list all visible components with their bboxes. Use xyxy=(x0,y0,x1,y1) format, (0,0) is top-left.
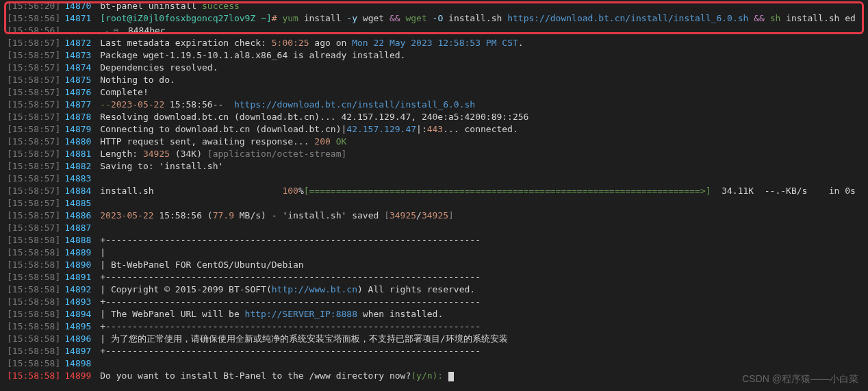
line-number: 14877 xyxy=(64,99,93,111)
text-fragment: 42.157.129.47 xyxy=(346,124,416,134)
terminal-line: [15:58:57]14884install.sh 100%[=========… xyxy=(0,185,868,197)
line-content: [root@iZ0jl0fosxbgoncq27lov9Z ~]# yum in… xyxy=(100,12,868,25)
terminal-line: [15:58:57]14872Last metadata expiration … xyxy=(0,37,868,49)
progress-bar: [=======================================… xyxy=(304,186,711,196)
line-content: Complete! xyxy=(100,86,868,99)
timestamp: [15:58:57] xyxy=(7,148,60,160)
timestamp: [15:58:57] xyxy=(7,197,60,210)
text-fragment: Complete! xyxy=(100,87,148,97)
timestamp: [15:58:58] xyxy=(7,345,60,357)
flag-y: -y xyxy=(346,13,357,23)
line-number: 14898 xyxy=(64,357,93,370)
text-fragment: 15:58:56-- xyxy=(164,99,234,110)
terminal-line: [15:58:57]14883 xyxy=(0,173,868,185)
text-fragment: 2023-05-22 xyxy=(111,99,164,110)
line-number: 14891 xyxy=(64,271,93,283)
terminal-line: [15:58:57]14875Nothing to do. xyxy=(0,74,868,86)
line-number: 14873 xyxy=(64,49,93,62)
terminal-line: [15:58:58]14891+------------------------… xyxy=(0,271,868,283)
line-content: | xyxy=(100,247,868,259)
line-content: | The WebPanel URL will be http://SERVER… xyxy=(100,308,868,320)
text-fragment: bt-panel uninstall xyxy=(100,1,202,11)
text-fragment: 34925 xyxy=(422,210,448,220)
line-content: Nothing to do. xyxy=(100,74,868,86)
line-number: 14887 xyxy=(64,222,93,234)
timestamp: [15:58:58] xyxy=(7,320,60,333)
timestamp: [15:56:20] xyxy=(7,0,60,12)
text-fragment: | Bt-WebPanel FOR CentOS/Ubuntu/Debian xyxy=(100,260,303,270)
timestamp: [15:58:57] xyxy=(7,160,60,173)
terminal-line: [15:58:56] - ⊟8484bec xyxy=(0,25,868,37)
terminal-line: [15:58:58]14888+------------------------… xyxy=(0,234,868,247)
input-cursor[interactable] xyxy=(448,372,454,381)
line-number: 14895 xyxy=(64,320,93,333)
text-fragment: 5:00:25 xyxy=(272,38,309,48)
text-fragment: +---------------------------------------… xyxy=(100,346,481,356)
text-fragment: success xyxy=(202,1,240,11)
line-content xyxy=(100,222,868,234)
line-number-empty xyxy=(64,25,102,37)
terminal-line: [15:58:57]14887 xyxy=(0,222,868,234)
line-number: 14897 xyxy=(64,345,93,357)
text-fragment: 34925 xyxy=(390,210,416,220)
timestamp: [15:58:57] xyxy=(7,136,60,148)
terminal-line: [15:58:57]14878Resolving download.bt.cn … xyxy=(0,111,868,123)
line-number: 14880 xyxy=(64,136,93,148)
text-fragment: +---------------------------------------… xyxy=(100,272,481,282)
line-content: +---------------------------------------… xyxy=(100,345,868,357)
terminal-line: [15:58:57]14876Complete! xyxy=(0,86,868,99)
timestamp: [15:58:57] xyxy=(7,86,60,99)
download-url: https://download.bt.cn/install/install_6… xyxy=(507,13,748,23)
line-number: 14875 xyxy=(64,74,93,86)
text-fragment: 200 xyxy=(314,136,330,147)
line-content: --2023-05-22 15:58:56-- https://download… xyxy=(100,99,868,111)
line-content: | Copyright © 2015-2099 BT-SOFT(http://w… xyxy=(100,283,868,296)
text-fragment: HTTP request sent, awaiting response... xyxy=(100,136,314,147)
terminal-line: [15:58:58]14899Do you want to install Bt… xyxy=(0,370,868,382)
timestamp: [15:58:58] xyxy=(7,370,60,382)
command-continuation: 8484bec xyxy=(128,25,166,36)
timestamp: [15:58:58] xyxy=(7,271,60,283)
text-fragment: ago on xyxy=(309,38,353,48)
text-fragment: Connecting to download.bt.cn (download.b… xyxy=(100,124,346,134)
timestamp: [15:58:57] xyxy=(7,185,60,197)
text-fragment: Last metadata expiration check: xyxy=(100,38,271,48)
text-fragment: ] xyxy=(448,210,454,220)
text-fragment: / xyxy=(416,210,422,220)
text-fragment: [ xyxy=(384,210,390,220)
line-content: Connecting to download.bt.cn (download.b… xyxy=(100,123,868,136)
terminal-line: [15:58:57]14885 xyxy=(0,197,868,210)
line-number: 14883 xyxy=(64,173,93,185)
operator-and: && xyxy=(390,13,400,23)
line-content: Saving to: 'install.sh' xyxy=(100,160,868,173)
terminal-line: [15:58:58]14898 xyxy=(0,357,868,370)
text-fragment: | The WebPanel URL will be xyxy=(100,309,244,319)
timestamp: [15:58:57] xyxy=(7,222,60,234)
text-fragment: Saving to: 'install.sh' xyxy=(100,161,223,171)
line-number: 14888 xyxy=(64,234,93,247)
timestamp: [15:58:57] xyxy=(7,62,60,74)
timestamp: [15:58:58] xyxy=(7,296,60,308)
line-number: 14870 xyxy=(64,0,93,12)
line-number: 14876 xyxy=(64,86,93,99)
line-content: Resolving download.bt.cn (download.bt.cn… xyxy=(100,111,868,123)
text-fragment: OK xyxy=(331,136,346,147)
text-fragment: -- xyxy=(100,99,111,110)
line-content: HTTP request sent, awaiting response... … xyxy=(100,136,868,148)
prompt-hash: # xyxy=(272,13,283,23)
text-fragment: | Copyright © 2015-2099 BT-SOFT( xyxy=(100,284,271,294)
timestamp: [15:58:57] xyxy=(7,111,60,123)
line-content xyxy=(100,357,868,370)
timestamp: [15:58:57] xyxy=(7,37,60,49)
text-fragment: +---------------------------------------… xyxy=(100,235,481,245)
line-number: 14899 xyxy=(64,370,93,382)
line-content: | 为了您的正常使用，请确保使用全新或纯净的系统安装宝塔面板，不支持已部署项目/… xyxy=(100,333,868,345)
timestamp: [15:58:58] xyxy=(7,308,60,320)
timestamp: [15:58:57] xyxy=(7,123,60,136)
progress-percent: 100 xyxy=(282,186,298,196)
progress-label: install.sh xyxy=(100,186,282,196)
text-fragment: +---------------------------------------… xyxy=(100,321,481,331)
text-fragment: Length: xyxy=(100,149,143,159)
timestamp: [15:58:58] xyxy=(7,259,60,271)
terminal-output[interactable]: [15:56:20]14870bt-panel uninstall succes… xyxy=(0,0,868,382)
